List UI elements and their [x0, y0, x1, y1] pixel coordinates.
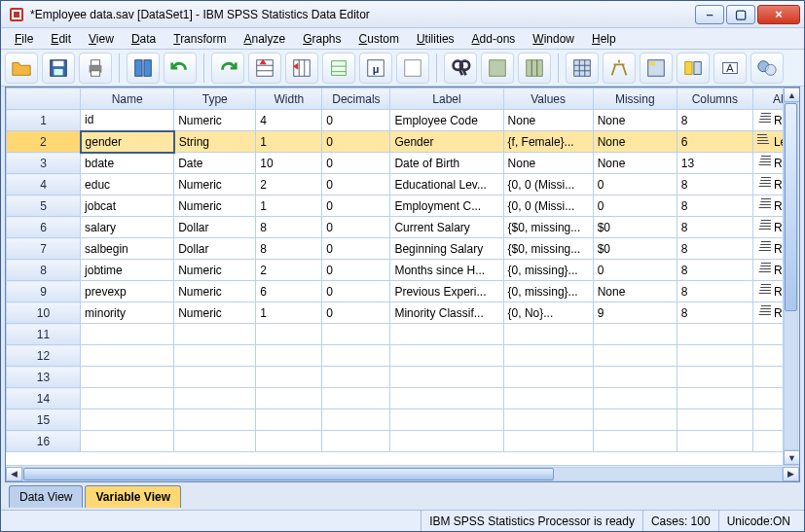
insert-var-icon[interactable]	[518, 53, 551, 84]
empty-row[interactable]: 13	[7, 367, 784, 388]
cell-columns[interactable]: 8	[677, 174, 752, 195]
empty-cell[interactable]	[593, 345, 677, 367]
empty-cell[interactable]	[256, 345, 322, 367]
empty-cell[interactable]	[81, 367, 174, 388]
empty-cell[interactable]	[593, 409, 677, 431]
cell-type[interactable]: Numeric	[174, 281, 256, 302]
scroll-left-icon[interactable]: ◀	[6, 467, 22, 481]
menu-data[interactable]: Data	[124, 30, 164, 48]
cell-decimals[interactable]: 0	[322, 110, 390, 131]
split-icon[interactable]	[566, 53, 599, 84]
cell-label[interactable]: Beginning Salary	[390, 238, 503, 260]
cell-label[interactable]: Previous Experi...	[390, 281, 503, 302]
empty-cell[interactable]	[503, 388, 593, 409]
col-header-missing[interactable]: Missing	[593, 89, 677, 110]
cell-align[interactable]: Righ	[752, 302, 783, 324]
empty-cell[interactable]	[503, 345, 593, 367]
cell-columns[interactable]: 8	[677, 238, 752, 260]
cell-name[interactable]: bdate	[81, 153, 174, 174]
variable-row[interactable]: 10minorityNumeric10Minority Classif...{0…	[7, 302, 784, 324]
cell-missing[interactable]: None	[593, 153, 677, 174]
empty-cell[interactable]	[593, 431, 677, 452]
empty-cell[interactable]	[81, 409, 174, 431]
row-number[interactable]: 5	[7, 195, 81, 217]
row-number[interactable]: 6	[7, 217, 81, 238]
empty-cell[interactable]	[752, 367, 783, 388]
col-header-row[interactable]	[7, 89, 81, 110]
cell-decimals[interactable]: 0	[322, 174, 390, 195]
cell-missing[interactable]: None	[593, 110, 677, 131]
empty-cell[interactable]	[677, 409, 752, 431]
vertical-scrollbar[interactable]: ▲ ▼	[783, 88, 799, 465]
variable-row[interactable]: 2genderString10Gender{f, Female}...None6…	[7, 131, 784, 153]
cell-values[interactable]: {$0, missing...	[503, 217, 593, 238]
variable-row[interactable]: 5jobcatNumeric10Employment C...{0, 0 (Mi…	[7, 195, 784, 217]
cell-width[interactable]: 1	[256, 195, 322, 217]
empty-cell[interactable]	[390, 345, 503, 367]
goto-var-icon[interactable]	[285, 53, 318, 84]
empty-cell[interactable]	[677, 345, 752, 367]
empty-cell[interactable]	[322, 324, 390, 345]
cell-decimals[interactable]: 0	[322, 153, 390, 174]
empty-cell[interactable]	[677, 324, 752, 345]
cell-width[interactable]: 8	[256, 238, 322, 260]
open-icon[interactable]	[5, 53, 38, 84]
cell-label[interactable]: Current Salary	[390, 217, 503, 238]
insert-case-icon[interactable]	[481, 53, 514, 84]
cell-type[interactable]: Dollar	[174, 238, 256, 260]
empty-cell[interactable]	[390, 388, 503, 409]
empty-row[interactable]: 16	[7, 431, 784, 452]
select-icon[interactable]	[396, 53, 429, 84]
variable-row[interactable]: 1idNumeric40Employee CodeNoneNone8Righ	[7, 110, 784, 131]
cell-decimals[interactable]: 0	[322, 260, 390, 281]
variable-row[interactable]: 8jobtimeNumeric20Months since H...{0, mi…	[7, 260, 784, 281]
cell-label[interactable]: Date of Birth	[390, 153, 503, 174]
cell-align[interactable]: Righ	[752, 195, 783, 217]
cell-columns[interactable]: 8	[677, 302, 752, 324]
cell-width[interactable]: 6	[256, 281, 322, 302]
row-number[interactable]: 12	[7, 345, 81, 367]
cell-decimals[interactable]: 0	[322, 302, 390, 324]
empty-cell[interactable]	[752, 431, 783, 452]
cell-align[interactable]: Righ	[752, 153, 783, 174]
empty-cell[interactable]	[677, 431, 752, 452]
col-header-name[interactable]: Name	[81, 89, 174, 110]
empty-cell[interactable]	[81, 324, 174, 345]
cell-type[interactable]: Numeric	[174, 110, 256, 131]
weight-icon[interactable]	[603, 53, 636, 84]
empty-cell[interactable]	[752, 324, 783, 345]
cell-align[interactable]: Righ	[752, 281, 783, 302]
cell-name[interactable]: educ	[81, 174, 174, 195]
empty-cell[interactable]	[174, 431, 256, 452]
cell-label[interactable]: Months since H...	[390, 260, 503, 281]
variable-row[interactable]: 9prevexpNumeric60Previous Experi...{0, m…	[7, 281, 784, 302]
grid-scroll-area[interactable]: NameTypeWidthDecimalsLabelValuesMissingC…	[6, 88, 783, 465]
menu-view[interactable]: View	[81, 30, 122, 48]
redo-icon[interactable]	[211, 53, 244, 84]
variable-row[interactable]: 4educNumeric20Educational Lev...{0, 0 (M…	[7, 174, 784, 195]
empty-row[interactable]: 14	[7, 388, 784, 409]
undo-icon[interactable]	[164, 53, 197, 84]
cell-width[interactable]: 8	[256, 217, 322, 238]
recall-icon[interactable]	[127, 53, 160, 84]
row-number[interactable]: 11	[7, 324, 81, 345]
empty-cell[interactable]	[81, 431, 174, 452]
cell-width[interactable]: 10	[256, 153, 322, 174]
cell-width[interactable]: 4	[256, 110, 322, 131]
menu-edit[interactable]: Edit	[43, 30, 79, 48]
cell-type[interactable]: Numeric	[174, 195, 256, 217]
value-labels-icon[interactable]	[640, 53, 673, 84]
cell-columns[interactable]: 8	[677, 217, 752, 238]
cell-name[interactable]: minority	[81, 302, 174, 324]
cell-width[interactable]: 2	[256, 174, 322, 195]
cell-columns[interactable]: 8	[677, 110, 752, 131]
cell-label[interactable]: Minority Classif...	[390, 302, 503, 324]
empty-row[interactable]: 15	[7, 409, 784, 431]
cell-type[interactable]: Numeric	[174, 174, 256, 195]
row-number[interactable]: 16	[7, 431, 81, 452]
cell-missing[interactable]: 0	[593, 174, 677, 195]
cell-missing[interactable]: $0	[593, 238, 677, 260]
cell-type[interactable]: Numeric	[174, 260, 256, 281]
row-number[interactable]: 8	[7, 260, 81, 281]
cell-align[interactable]: Righ	[752, 110, 783, 131]
